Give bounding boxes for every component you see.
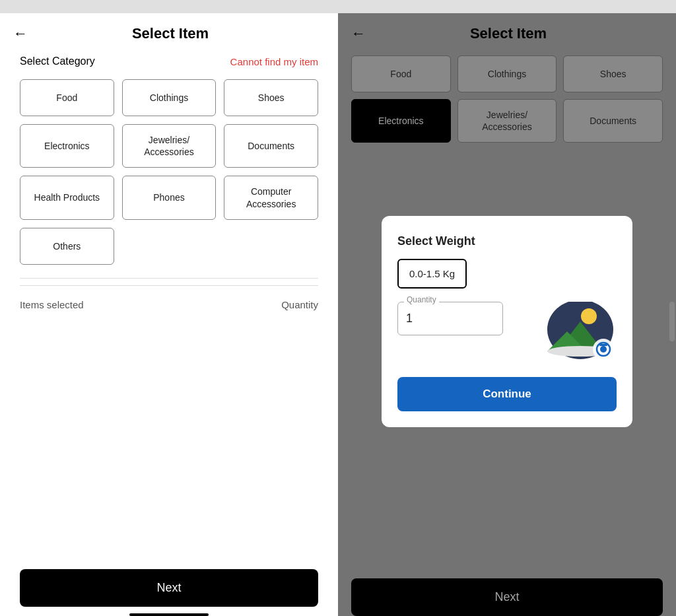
category-food[interactable]: Food	[20, 79, 114, 116]
category-clothings[interactable]: Clothings	[122, 79, 217, 116]
select-weight-modal: Select Weight 0.0-1.5 Kg Quantity	[382, 216, 632, 427]
illustration-svg	[544, 302, 617, 361]
bottom-home-indicator	[129, 613, 209, 616]
svg-point-7	[600, 346, 607, 353]
divider-top	[20, 278, 318, 279]
category-phones[interactable]: Phones	[122, 176, 217, 219]
modal-overlay: Select Weight 0.0-1.5 Kg Quantity	[338, 13, 676, 616]
left-back-button[interactable]: ←	[13, 25, 28, 42]
category-documents[interactable]: Documents	[224, 124, 318, 168]
modal-title: Select Weight	[397, 234, 617, 248]
items-header-row: Items selected Quantity	[20, 292, 318, 317]
category-computer[interactable]: Computer Accessories	[224, 176, 318, 219]
category-electronics[interactable]: Electronics	[20, 124, 114, 168]
illustration-placeholder	[544, 302, 617, 361]
items-selected-label: Items selected	[20, 299, 84, 310]
cannot-find-link[interactable]: Cannot find my item	[230, 56, 318, 67]
quantity-section: Quantity	[397, 302, 617, 361]
left-screen: ← Select Item Select Category Cannot fin…	[0, 13, 338, 616]
category-grid: Food Clothings Shoes Electronics Jewelri…	[20, 79, 318, 265]
quantity-input[interactable]	[397, 302, 503, 335]
category-health[interactable]: Health Products	[20, 176, 114, 219]
weight-option[interactable]: 0.0-1.5 Kg	[397, 259, 467, 289]
quantity-header-label: Quantity	[281, 299, 318, 310]
right-screen: ← Select Item Food Clothings Shoes Elect…	[338, 13, 676, 616]
left-screen-title: Select Item	[36, 25, 305, 42]
category-shoes[interactable]: Shoes	[224, 79, 318, 116]
left-next-button[interactable]: Next	[20, 569, 318, 607]
category-jewelries[interactable]: Jewelries/Accessories	[122, 124, 217, 168]
select-category-label: Select Category	[20, 55, 95, 67]
quantity-float-label: Quantity	[404, 295, 439, 304]
divider-bottom	[20, 285, 318, 286]
quantity-field-wrap: Quantity	[397, 302, 503, 335]
svg-point-1	[581, 308, 597, 324]
left-header: ← Select Item	[0, 13, 338, 49]
left-content: Select Category Cannot find my item Food…	[0, 49, 338, 616]
svg-rect-8	[599, 344, 607, 346]
category-others[interactable]: Others	[20, 228, 114, 265]
continue-button[interactable]: Continue	[397, 377, 617, 411]
left-bottom-area: Next	[0, 559, 338, 616]
category-header-row: Select Category Cannot find my item	[20, 55, 318, 67]
